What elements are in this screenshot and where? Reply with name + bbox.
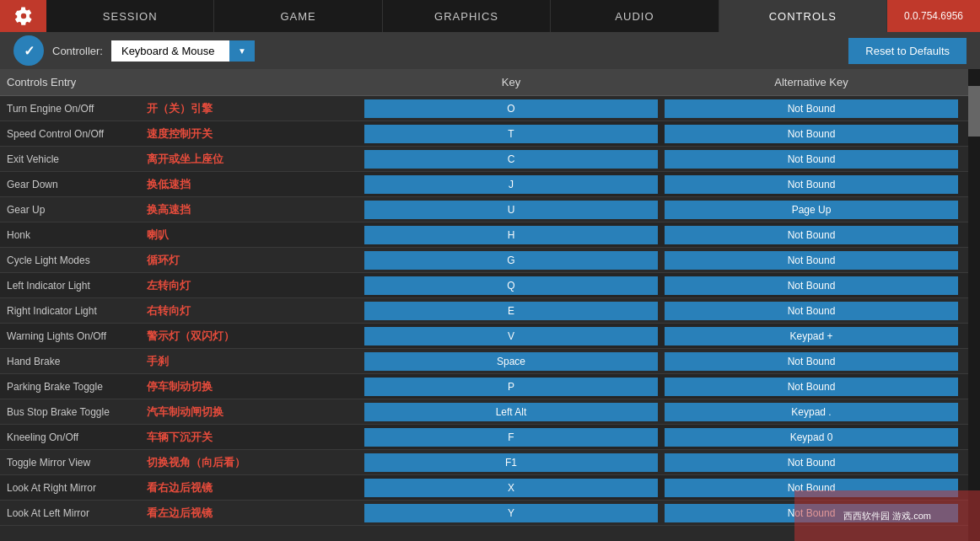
key-binding-button[interactable]: Space <box>364 352 658 371</box>
cell-alt-key: Not Bound <box>661 276 961 295</box>
cell-entry: Right Indicator Light右转向灯 <box>7 303 361 319</box>
key-binding-button[interactable]: P <box>364 378 658 396</box>
cell-alt-key: Not Bound <box>661 99 961 118</box>
cell-entry: Exit Vehicle离开或坐上座位 <box>7 152 361 167</box>
top-nav: SESSION GAME GRAPHICS AUDIO CONTROLS 0.0… <box>0 0 980 32</box>
controller-label: Controller: <box>52 45 103 57</box>
alt-key-binding-button[interactable]: Not Bound <box>665 479 958 497</box>
entry-english: Hand Brake <box>7 356 142 367</box>
status-icon <box>13 35 44 66</box>
tab-game[interactable]: GAME <box>214 0 382 32</box>
cell-alt-key: Not Bound <box>661 504 961 522</box>
tab-graphics[interactable]: GRAPHICS <box>383 0 551 32</box>
entry-english: Parking Brake Toggle <box>7 381 142 393</box>
entry-english: Gear Down <box>7 179 142 190</box>
entry-chinese: 手刹 <box>147 354 169 369</box>
tab-controls[interactable]: CONTROLS <box>719 0 887 32</box>
cell-entry: Hand Brake手刹 <box>7 354 361 369</box>
entry-english: Right Indicator Light <box>7 305 142 317</box>
alt-key-binding-button[interactable]: Not Bound <box>665 453 958 472</box>
cell-entry: Parking Brake Toggle停车制动切换 <box>7 379 361 394</box>
cell-key: U <box>361 201 661 219</box>
entry-chinese: 循环灯 <box>147 253 180 268</box>
entry-english: Turn Engine On/Off <box>7 103 142 115</box>
alt-key-binding-button[interactable]: Keypad 0 <box>665 428 958 447</box>
entry-chinese: 看左边后视镜 <box>147 506 213 521</box>
key-binding-button[interactable]: J <box>364 175 658 194</box>
entry-english: Look At Right Mirror <box>7 482 142 494</box>
entry-english: Left Indicator Light <box>7 280 142 292</box>
tab-audio[interactable]: AUDIO <box>551 0 719 32</box>
alt-key-binding-button[interactable]: Keypad + <box>665 327 958 345</box>
cell-entry: Cycle Light Modes循环灯 <box>7 253 361 268</box>
cell-key: J <box>361 175 661 194</box>
entry-english: Toggle Mirror View <box>7 457 142 469</box>
table-row: Warning Lights On/Off警示灯（双闪灯）VKeypad + <box>0 324 968 349</box>
alt-key-binding-button[interactable]: Not Bound <box>665 99 958 118</box>
alt-key-binding-button[interactable]: Not Bound <box>665 504 958 522</box>
table-row: Bus Stop Brake Toggle汽车制动闸切换Left AltKeyp… <box>0 399 968 425</box>
key-binding-button[interactable]: Y <box>364 504 658 522</box>
entry-chinese: 看右边后视镜 <box>147 480 213 495</box>
key-binding-button[interactable]: F <box>364 428 658 447</box>
key-binding-button[interactable]: F1 <box>364 453 658 472</box>
scrollbar-thumb[interactable] <box>968 86 980 137</box>
key-binding-button[interactable]: G <box>364 251 658 270</box>
entry-english: Exit Vehicle <box>7 153 142 165</box>
cell-key: Q <box>361 276 661 295</box>
reset-defaults-button[interactable]: Reset to Defaults <box>848 38 967 64</box>
header-entry: Controls Entry <box>7 76 361 88</box>
key-binding-button[interactable]: U <box>364 201 658 219</box>
alt-key-binding-button[interactable]: Not Bound <box>665 175 958 194</box>
cell-alt-key: Not Bound <box>661 150 961 169</box>
alt-key-binding-button[interactable]: Not Bound <box>665 276 958 295</box>
cell-entry: Look At Right Mirror看右边后视镜 <box>7 480 361 495</box>
entry-chinese: 离开或坐上座位 <box>147 152 223 167</box>
tab-session[interactable]: SESSION <box>46 0 214 32</box>
key-binding-button[interactable]: C <box>364 150 658 169</box>
key-binding-button[interactable]: T <box>364 125 658 143</box>
alt-key-binding-button[interactable]: Not Bound <box>665 302 958 320</box>
entry-english: Speed Control On/Off <box>7 128 142 140</box>
header-alt-key: Alternative Key <box>661 76 961 88</box>
cell-alt-key: Not Bound <box>661 226 961 244</box>
table-row: Speed Control On/Off速度控制开关TNot Bound <box>0 121 968 147</box>
entry-chinese: 车辆下沉开关 <box>147 430 213 445</box>
table-row: Parking Brake Toggle停车制动切换PNot Bound <box>0 374 968 399</box>
alt-key-binding-button[interactable]: Page Up <box>665 201 958 219</box>
cell-entry: Bus Stop Brake Toggle汽车制动闸切换 <box>7 404 361 420</box>
cell-entry: Kneeling On/Off车辆下沉开关 <box>7 430 361 445</box>
alt-key-binding-button[interactable]: Not Bound <box>665 150 958 169</box>
cell-key: X <box>361 479 661 497</box>
alt-key-binding-button[interactable]: Keypad . <box>665 403 958 421</box>
key-binding-button[interactable]: X <box>364 479 658 497</box>
alt-key-binding-button[interactable]: Not Bound <box>665 125 958 143</box>
key-binding-button[interactable]: E <box>364 302 658 320</box>
key-binding-button[interactable]: Left Alt <box>364 403 658 421</box>
key-binding-button[interactable]: O <box>364 99 658 118</box>
alt-key-binding-button[interactable]: Not Bound <box>665 251 958 270</box>
key-binding-button[interactable]: V <box>364 327 658 345</box>
scrollbar[interactable] <box>968 69 980 541</box>
cell-alt-key: Keypad 0 <box>661 428 961 447</box>
alt-key-binding-button[interactable]: Not Bound <box>665 378 958 396</box>
nav-tabs: SESSION GAME GRAPHICS AUDIO CONTROLS <box>46 0 887 32</box>
gear-button[interactable] <box>0 0 46 32</box>
entry-chinese: 开（关）引擎 <box>147 101 213 116</box>
alt-key-binding-button[interactable]: Not Bound <box>665 352 958 371</box>
controller-select[interactable]: Keyboard & Mouse Gamepad <box>111 40 255 62</box>
controller-left: Controller: Keyboard & Mouse Gamepad <box>13 35 255 66</box>
cell-entry: Warning Lights On/Off警示灯（双闪灯） <box>7 329 361 344</box>
cell-key: Space <box>361 352 661 371</box>
cell-alt-key: Not Bound <box>661 479 961 497</box>
table-row: Turn Engine On/Off开（关）引擎ONot Bound <box>0 96 968 121</box>
entry-chinese: 右转向灯 <box>147 303 191 319</box>
key-binding-button[interactable]: H <box>364 226 658 244</box>
table-header: Controls Entry Key Alternative Key <box>0 69 968 96</box>
controller-select-wrapper[interactable]: Keyboard & Mouse Gamepad <box>111 40 255 62</box>
cell-alt-key: Not Bound <box>661 453 961 472</box>
alt-key-binding-button[interactable]: Not Bound <box>665 226 958 244</box>
key-binding-button[interactable]: Q <box>364 276 658 295</box>
content-area: Controls Entry Key Alternative Key Turn … <box>0 69 980 541</box>
table-row: Exit Vehicle离开或坐上座位CNot Bound <box>0 147 968 172</box>
